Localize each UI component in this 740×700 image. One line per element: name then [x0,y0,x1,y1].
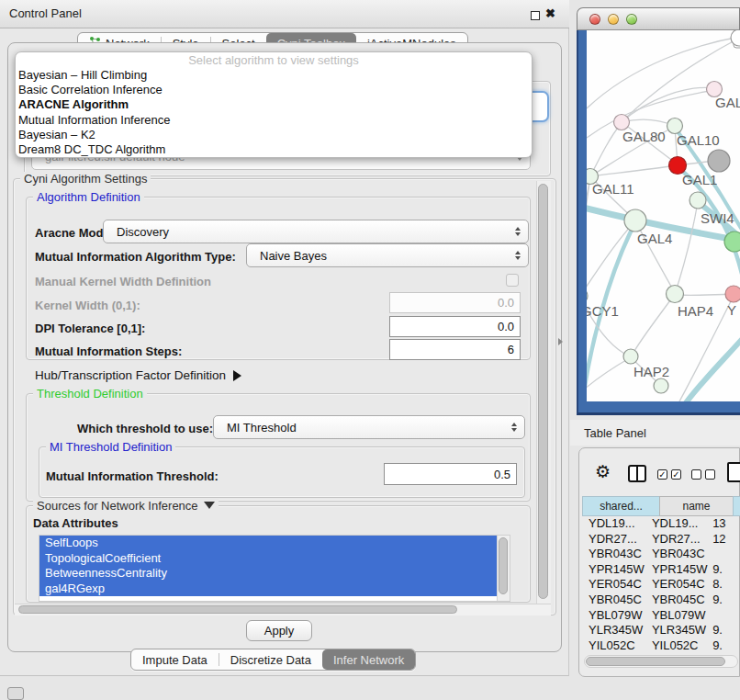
node-label: GAL80 [622,129,666,144]
table-horizontal-scrollbar-thumb[interactable] [586,657,725,666]
node-hap2[interactable] [623,349,638,364]
node-gal4[interactable] [624,209,646,231]
node-unlabeled[interactable] [731,30,740,46]
popup-item[interactable]: Mutual Information Inference [16,113,532,128]
table-row[interactable]: YDR27...YDR27...12 [582,532,740,548]
node-label: GCY1 [587,303,619,319]
list-item[interactable]: gal4RGexp [39,581,510,597]
table-header-row: shared... name [582,496,740,516]
control-panel: Control Panel ✖ Network Style Select Cyn… [0,0,569,676]
expand-right-icon [233,370,241,381]
list-item[interactable]: TopologicalCoefficient [39,551,510,567]
columns-icon[interactable] [628,465,646,482]
dpi-tolerance-field[interactable] [389,316,521,337]
settings-horizontal-scrollbar-thumb[interactable] [18,605,457,614]
close-icon[interactable]: ✖ [545,6,555,20]
table-panel-title: Table Panel [584,426,646,440]
list-item[interactable]: SelfLoops [39,536,510,551]
attributes-vertical-scrollbar-thumb[interactable] [499,537,508,594]
checkbox-empty-icon[interactable] [705,469,715,480]
table-row[interactable]: YDL19...YDL19...13 [582,516,740,532]
mi-threshold-group-label: MI Threshold Definition [46,440,175,454]
network-view-canvas[interactable]: GAL7 GAL80 GAL10 GAL1 GAL11 SWI4 GAL4 GC… [587,30,740,401]
algorithm-definition-label: Algorithm Definition [33,190,144,204]
collapse-down-icon [204,502,215,509]
algorithm-select-popup: Select algorithm to view settings Bayesi… [15,51,533,158]
tab-infer-network[interactable]: Infer Network [322,649,415,670]
checkbox-checked-icon[interactable]: ✓ [657,469,667,480]
dock-mini-icon[interactable] [7,687,24,700]
node-gal80[interactable] [614,115,630,130]
threshold-definition-label: Threshold Definition [33,387,147,401]
column-header-name[interactable]: name [659,496,733,516]
popup-item[interactable]: Dream8 DC_TDC Algorithm [16,142,532,157]
cyni-bottom-tabbar: Impute Data Discretize Data Infer Networ… [130,649,416,671]
apply-button[interactable]: Apply [246,620,312,641]
node-label: GAL10 [677,132,720,148]
combo-spinner-icon [511,423,517,432]
gear-icon[interactable]: ⚙ [595,461,611,482]
control-panel-titlebar [0,0,569,28]
mi-threshold-label: Mutual Information Threshold: [46,469,219,483]
float-window-icon[interactable] [531,11,540,20]
mi-algorithm-type-combo[interactable]: Naive Bayes [246,243,529,267]
table-row[interactable]: YER054CYER054C8. [582,577,740,593]
node-label: GAL4 [637,231,672,246]
column-header-shared[interactable]: shared... [582,496,659,516]
list-item[interactable]: BetweennessCentrality [39,566,510,581]
control-panel-title: Control Panel [9,6,82,20]
table-row[interactable]: YLR345WYLR345W9. [582,623,740,638]
settings-vertical-scrollbar-thumb[interactable] [538,184,548,599]
checkbox-checked-icon[interactable]: ✓ [671,469,681,480]
mi-threshold-field[interactable] [384,463,517,485]
aracne-mode-combo[interactable]: Discovery [103,220,529,243]
node-label: GAL1 [682,172,717,187]
dpi-tolerance-label: DPI Tolerance [0,1]: [35,322,145,335]
page-icon[interactable] [727,462,740,482]
kernel-width-field[interactable] [389,292,521,313]
data-attributes-list: SelfLoops TopologicalCoefficient Between… [39,535,510,602]
mi-algorithm-type-label: Mutual Information Algorithm Type: [35,250,236,264]
node-label: GAL7 [715,95,740,110]
close-traffic-light-icon[interactable] [589,14,600,25]
node-gray[interactable] [708,150,730,172]
column-header-partial[interactable] [733,496,740,516]
tab-discretize-data[interactable]: Discretize Data [219,649,322,670]
hub-definition-toggle[interactable]: Hub/Transcription Factor Definition [35,368,241,382]
mi-steps-label: Mutual Information Steps: [35,344,182,358]
node-label: GAL11 [592,181,634,197]
node-gcy1[interactable] [587,288,588,303]
cyni-settings-group-label: Cyni Algorithm Settings [20,172,151,186]
zoom-traffic-light-icon[interactable] [626,14,637,25]
sources-group-label[interactable]: Sources for Network Inference [33,499,219,513]
table-row[interactable]: YPR145WYPR145W9. [582,562,740,578]
node-swi4[interactable] [690,192,706,209]
node-salmon[interactable] [725,286,740,302]
network-window-titlebar[interactable] [577,7,740,30]
popup-item[interactable]: Basic Correlation Inference [16,83,532,97]
manual-kernel-width-label: Manual Kernel Width Definition [35,275,211,288]
mi-steps-field[interactable] [389,339,521,360]
node-partial-bottom[interactable] [654,378,668,393]
popup-item[interactable]: Bayesian – K2 [16,128,532,142]
panel-collapse-handle[interactable] [558,338,563,345]
popup-item[interactable]: Bayesian – Hill Climbing [16,68,532,83]
minimize-traffic-light-icon[interactable] [608,14,619,25]
node-bright-green[interactable] [724,231,740,252]
app-screen: Control Panel ✖ Network Style Select Cyn… [0,0,740,700]
node-gal10[interactable] [667,119,683,134]
manual-kernel-width-checkbox[interactable] [506,274,519,287]
table-row[interactable]: YBR043CYBR043C [582,547,740,562]
table-row[interactable]: YIL052CYIL052C9. [582,638,740,650]
combo-spinner-icon [515,251,521,260]
popup-item-selected[interactable]: ARACNE Algorithm [16,97,532,112]
table-row[interactable]: YBR045CYBR045C9. [582,593,740,608]
table-row[interactable]: YBL079WYBL079W [582,608,740,624]
node-label: SWI4 [701,210,734,226]
which-threshold-combo[interactable]: MI Threshold [213,415,525,439]
node-label: HAP2 [633,364,669,379]
node-hap4[interactable] [667,286,684,303]
tab-impute-data[interactable]: Impute Data [131,649,219,670]
node-label: HAP4 [678,303,713,319]
checkbox-empty-icon[interactable] [691,469,701,480]
